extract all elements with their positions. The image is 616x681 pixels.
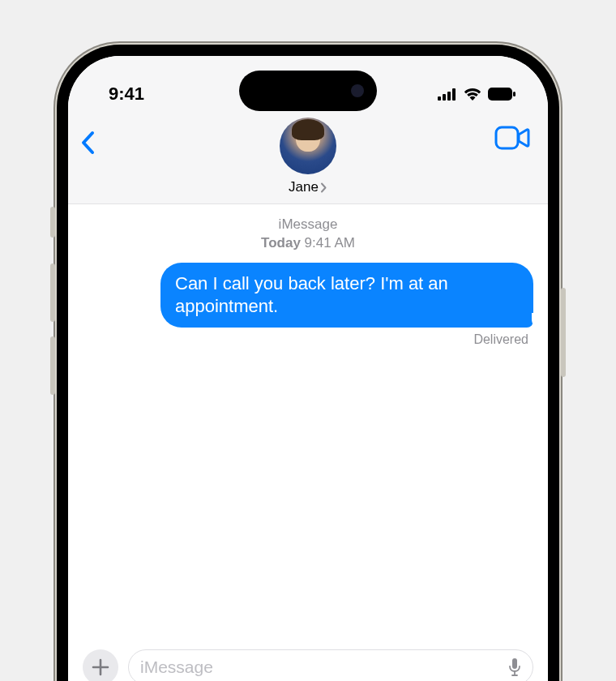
input-placeholder: iMessage [140, 657, 213, 677]
thread-timestamp: Today 9:41 AM [83, 234, 533, 253]
delivery-status: Delivered [83, 332, 533, 347]
chevron-left-icon [79, 131, 96, 155]
svg-rect-2 [447, 92, 451, 101]
compose-bar: iMessage [68, 641, 548, 681]
silent-switch [50, 207, 55, 238]
svg-rect-5 [513, 92, 515, 96]
cellular-icon [438, 88, 457, 101]
message-input[interactable]: iMessage [128, 649, 533, 681]
attach-button[interactable] [83, 649, 118, 681]
video-icon [494, 126, 530, 150]
status-time: 9:41 [109, 84, 144, 105]
contact-avatar[interactable] [280, 118, 336, 174]
plus-icon [92, 658, 109, 676]
svg-rect-0 [438, 96, 441, 101]
contact-name-button[interactable]: Jane [289, 179, 327, 195]
battery-icon [488, 88, 515, 101]
status-icons [438, 88, 515, 101]
microphone-icon[interactable] [508, 657, 521, 677]
nav-header: Jane [68, 113, 548, 204]
power-button [561, 288, 566, 377]
dynamic-island [239, 71, 377, 111]
svg-rect-7 [512, 658, 517, 669]
conversation-area[interactable]: iMessage Today 9:41 AM Can I call you ba… [68, 204, 548, 641]
service-label: iMessage [83, 216, 533, 234]
svg-rect-6 [496, 127, 518, 148]
volume-up-button [50, 263, 55, 322]
volume-down-button [50, 336, 55, 395]
screen: 9:41 [68, 56, 548, 681]
message-text: Can I call you back later? I'm at an app… [175, 273, 448, 316]
chevron-right-icon [320, 182, 327, 193]
sent-message-bubble[interactable]: Can I call you back later? I'm at an app… [160, 263, 533, 328]
contact-name: Jane [289, 179, 319, 195]
video-call-button[interactable] [494, 126, 530, 153]
svg-rect-3 [452, 88, 456, 101]
phone-frame: 9:41 [57, 45, 559, 681]
back-button[interactable] [79, 131, 96, 158]
thread-meta: iMessage Today 9:41 AM [83, 216, 533, 253]
wifi-icon [464, 88, 481, 101]
svg-rect-4 [488, 88, 512, 101]
message-row: Can I call you back later? I'm at an app… [83, 263, 533, 328]
svg-rect-1 [443, 94, 446, 101]
bubble-tail [524, 313, 538, 328]
